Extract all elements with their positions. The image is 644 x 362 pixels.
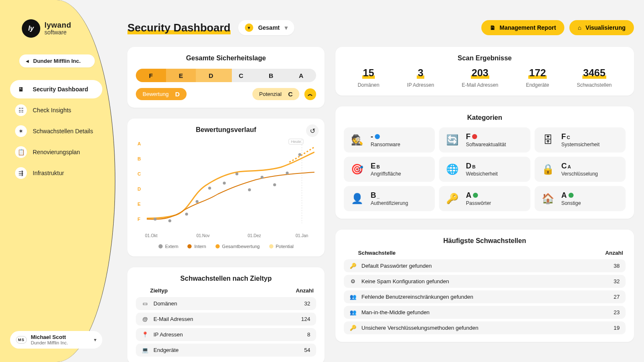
chevron-left-icon: ◂ [26,58,29,64]
chart-area: Heute A B C D E F [138,140,314,232]
metric-label: E-Mail Adressen [462,82,498,88]
filter-icon: ▼ [245,23,253,32]
nav-label: Infrastruktur [33,170,64,176]
row-label: E-Mail Adressen [153,316,296,322]
row-value: 27 [614,294,620,300]
user-name: Michael Scott [31,334,90,340]
sidebar-item-renovierungsplan[interactable]: 📋Renovierungsplan [10,143,102,161]
metric-schwachstellen: 3465Schwachstellen [577,67,612,88]
status-dot-icon [569,193,574,198]
nav-icon: ☷ [15,104,27,116]
svg-point-3 [185,213,188,216]
rating-history-card: Bewertungsverlauf ↺ Heute A B C D E F [127,119,325,256]
category-icon: 🔄 [445,132,460,147]
category-name: Websicherheit [466,171,498,177]
user-menu[interactable]: MS Michael Scott Dunder Mifflin Inc. ▾ [10,331,102,349]
category-icon: 🔒 [540,162,556,177]
table-row[interactable]: 👥Man-in-the-Middle gefunden23 [344,306,626,319]
sidebar-item-check-insights[interactable]: ☷Check Insights [10,101,102,119]
category-grade: A [466,191,491,200]
svg-point-8 [248,189,251,191]
category-name: Sonstige [561,200,581,206]
chevron-down-icon: ▾ [94,337,96,343]
management-report-button[interactable]: 🗎 Management Report [481,20,565,35]
table-row[interactable]: 📍IP Adressen8 [136,328,316,341]
table-row[interactable]: 🔑Unsichere Verschlüsselungsmethoden gefu… [344,321,626,334]
category-systemsicherheit[interactable]: 🗄 FC Systemsicherheit [535,127,626,153]
org-selector[interactable]: ◂ Dunder Mifflin Inc. [19,54,95,67]
sidebar-nav: 🖥Security Dashboard☷Check Insights✶Schwa… [10,80,115,182]
sidebar-item-infrastruktur[interactable]: ⇶Infrastruktur [10,164,102,182]
row-value: 32 [614,278,620,284]
svg-point-5 [208,187,211,190]
metric-ip-adressen: 3IP Adressen [407,67,434,88]
grade-a: A [286,69,316,82]
category-sonstige[interactable]: 🏠 A Sonstige [535,186,626,211]
vuln-by-target-card: Schwachstellen nach Zieltyp Zieltyp Anza… [127,267,325,362]
svg-point-2 [169,220,171,222]
grade-e: E [166,69,196,82]
grade-b: B [256,69,286,82]
category-name: Systemsicherheit [561,142,600,147]
scan-title: Scan Ergebnisse [344,54,626,62]
table-row[interactable]: @E-Mail Adressen124 [136,313,316,326]
expand-button[interactable]: ︽ [304,88,316,100]
chart-title: Bewertungsverlauf [136,126,316,134]
table-row[interactable]: ⚙Keine Spam Konfiguration gefunden32 [344,275,626,288]
scope-dropdown[interactable]: ▼ Gesamt ▾ [238,20,294,35]
svg-point-12 [299,153,301,156]
col-type: Zieltyp [138,287,168,294]
row-label: Fehlende Benutzereinschränkungen gefunde… [361,294,609,300]
sidebar-item-schwachstellen-details[interactable]: ✶Schwachstellen Details [10,122,102,140]
category-name: Authentifizierung [371,200,408,206]
category-ransomware[interactable]: 🕵 - Ransomware [344,127,435,153]
col-schwachstelle: Schwachstelle [346,250,396,256]
category-icon: 🗄 [540,132,556,147]
refresh-button[interactable]: ↺ [306,124,319,137]
row-label: Endgeräte [153,347,299,353]
category-authentifizierung[interactable]: 👤 B_ Authentifizierung [344,186,435,211]
row-value: 54 [304,347,310,353]
x-axis: 01.Okt 01.Nov 01.Dez 01.Jan [145,233,316,238]
row-icon: 📍 [142,331,148,338]
sidebar-item-security-dashboard[interactable]: 🖥Security Dashboard [10,80,102,98]
category-name: Softwareaktualität [466,142,506,147]
chart-svg [147,140,314,223]
category-verschlüsselung[interactable]: 🔒 CA Verschlüsselung [535,157,626,182]
home-icon: ⌂ [578,24,581,31]
row-value: 32 [304,300,310,307]
status-dot-icon [473,193,478,198]
row-icon: ▭ [142,300,148,307]
y-e: E [138,202,140,207]
row-value: 124 [301,316,310,322]
row-icon: 🔑 [350,263,356,269]
nav-label: Schwachstellen Details [33,128,93,134]
table-row[interactable]: 🔑Default Passwörter gefunden38 [344,259,626,272]
row-value: 23 [614,309,620,315]
row-label: Domänen [153,300,299,307]
rating-badge: Bewertung D [136,88,187,100]
category-grade: EB [371,162,401,171]
category-passwörter[interactable]: 🔑 A Passwörter [439,186,530,211]
visualization-button[interactable]: ⌂ Visualisierung [569,20,634,35]
scope-label: Gesamt [258,24,280,31]
nav-icon: 🖥 [15,83,27,95]
y-f: F [138,217,140,222]
category-name: Angriffsfläche [371,171,401,177]
category-angriffsfläche[interactable]: 🎯 EB Angriffsfläche [344,157,435,182]
category-name: Ransomware [371,142,400,147]
category-grade: B_ [371,191,408,200]
svg-point-4 [196,200,199,203]
table-row[interactable]: 👥Fehlende Benutzereinschränkungen gefund… [344,290,626,303]
category-websicherheit[interactable]: 🌐 DB Websicherheit [439,157,530,182]
table-row[interactable]: 💻Endgeräte54 [136,344,316,357]
y-d: D [138,186,141,191]
svg-point-9 [261,176,264,179]
category-softwareaktualität[interactable]: 🔄 F Softwareaktualität [439,127,530,153]
top-vulns-title: Häufigste Schwachstellen [344,237,626,245]
category-name: Passwörter [466,200,491,206]
table-row[interactable]: ▭Domänen32 [136,297,316,310]
grade-c: C [226,69,256,82]
nav-label: Renovierungsplan [33,149,80,155]
category-grade: CA [561,162,598,171]
